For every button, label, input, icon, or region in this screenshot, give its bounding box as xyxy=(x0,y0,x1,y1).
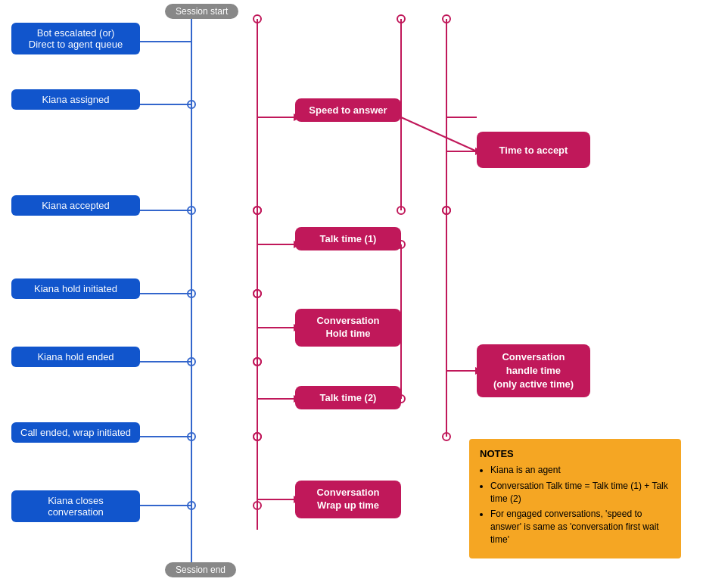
event-box-kiana-accepted: Kiana accepted xyxy=(11,195,140,216)
svg-point-35 xyxy=(254,433,261,440)
svg-point-9 xyxy=(188,358,195,366)
aggregate-box-time-to-accept: Time to accept xyxy=(477,132,590,168)
metric-box-talk-time-2: Talk time (2) xyxy=(295,386,401,409)
metric-box-talk-time-1: Talk time (1) xyxy=(295,227,401,250)
event-box-kiana-hold-initiated: Kiana hold initiated xyxy=(11,278,140,299)
svg-point-15 xyxy=(254,15,261,23)
svg-point-38 xyxy=(254,433,261,440)
svg-point-26 xyxy=(254,207,261,214)
svg-point-22 xyxy=(443,15,450,23)
session-end-label: Session end xyxy=(165,562,236,577)
svg-point-23 xyxy=(443,207,450,214)
metric-box-speed-to-answer: Speed to answer xyxy=(295,98,401,122)
svg-point-43 xyxy=(443,207,450,214)
notes-list: Kiana is an agent Conversation Talk time… xyxy=(480,464,670,546)
notes-item-2: Conversation Talk time = Talk time (1) +… xyxy=(490,480,670,506)
svg-point-5 xyxy=(188,207,195,214)
event-box-kiana-closes: Kiana closes conversation xyxy=(11,490,140,522)
diagram-container: Session start Session end Bot escalated … xyxy=(0,0,703,588)
notes-box: NOTES Kiana is an agent Conversation Tal… xyxy=(469,439,681,558)
event-box-kiana-assigned: Kiana assigned xyxy=(11,89,140,110)
svg-point-50 xyxy=(397,207,405,214)
event-box-bot-escalated: Bot escalated (or) Direct to agent queue xyxy=(11,23,140,54)
svg-point-30 xyxy=(254,290,261,297)
metric-box-conv-wrap-up: Conversation Wrap up time xyxy=(295,481,401,518)
svg-point-11 xyxy=(188,433,195,440)
notes-item-1: Kiana is an agent xyxy=(490,464,670,477)
svg-point-7 xyxy=(188,290,195,297)
metric-box-conv-hold-time: Conversation Hold time xyxy=(295,309,401,347)
svg-point-49 xyxy=(397,15,405,23)
svg-point-13 xyxy=(188,502,195,509)
svg-point-44 xyxy=(443,433,450,440)
svg-point-27 xyxy=(254,290,261,297)
session-start-label: Session start xyxy=(165,4,238,19)
notes-title: NOTES xyxy=(480,448,670,459)
svg-point-39 xyxy=(254,502,261,509)
svg-point-34 xyxy=(254,358,261,366)
svg-point-3 xyxy=(188,101,195,108)
event-box-call-ended: Call ended, wrap initiated xyxy=(11,422,140,443)
svg-line-19 xyxy=(401,117,477,151)
aggregate-box-conv-handle-time: Conversation handle time (only active ti… xyxy=(477,344,590,397)
svg-point-16 xyxy=(254,207,261,214)
event-box-kiana-hold-ended: Kiana hold ended xyxy=(11,347,140,367)
svg-point-31 xyxy=(254,358,261,366)
notes-item-3: For engaged conversations, 'speed to ans… xyxy=(490,508,670,546)
